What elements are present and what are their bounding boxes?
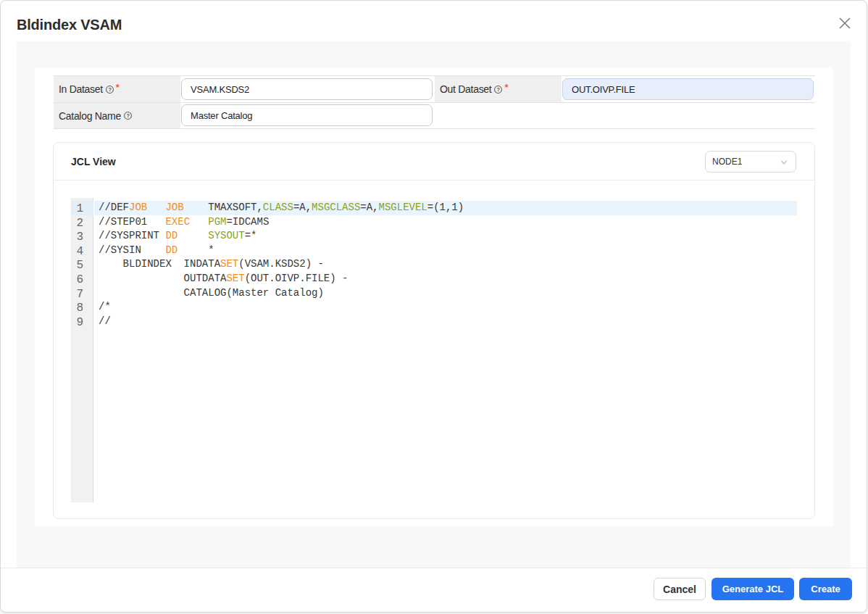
svg-text:?: ? — [126, 112, 130, 119]
svg-text:?: ? — [497, 86, 501, 93]
svg-text:?: ? — [108, 86, 112, 93]
